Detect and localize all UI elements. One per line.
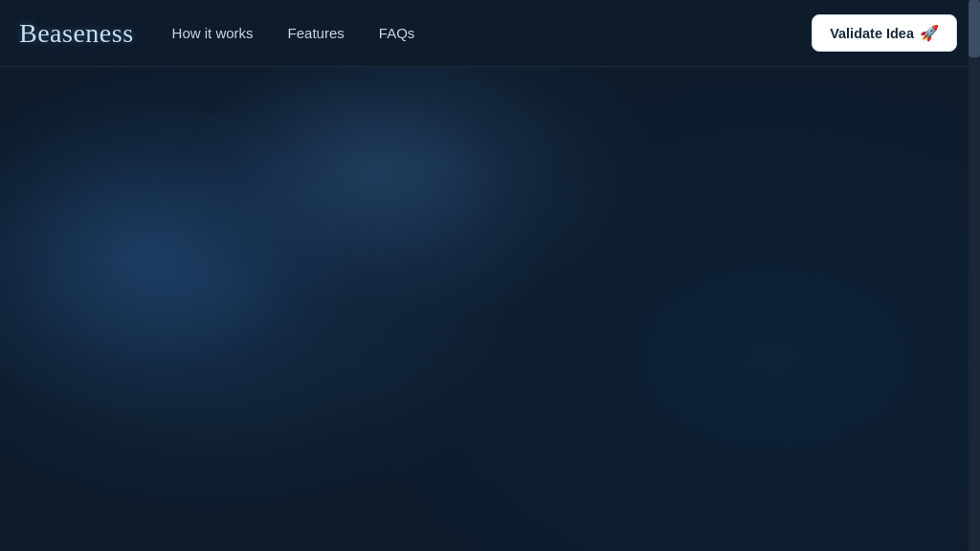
validate-idea-button[interactable]: Validate Idea 🚀 (812, 14, 957, 52)
nav-link-how-it-works[interactable]: How it works (172, 25, 254, 41)
nav-item-faqs[interactable]: FAQs (379, 25, 415, 42)
rocket-icon: 🚀 (920, 24, 939, 42)
logo: Beaseness (19, 18, 134, 49)
hero-background (0, 67, 969, 551)
scrollbar-thumb[interactable] (969, 0, 980, 57)
nav-link-faqs[interactable]: FAQs (379, 25, 415, 41)
navbar-left: Beaseness How it works Features FAQs (19, 18, 414, 49)
nav-item-features[interactable]: Features (288, 25, 345, 42)
scrollbar-track[interactable] (969, 0, 980, 551)
navbar: Beaseness How it works Features FAQs Val… (0, 0, 980, 67)
nav-link-features[interactable]: Features (288, 25, 345, 41)
hero-section (0, 67, 969, 551)
nav-item-how-it-works[interactable]: How it works (172, 25, 254, 42)
validate-idea-label: Validate Idea (830, 26, 914, 41)
nav-links: How it works Features FAQs (172, 25, 415, 42)
